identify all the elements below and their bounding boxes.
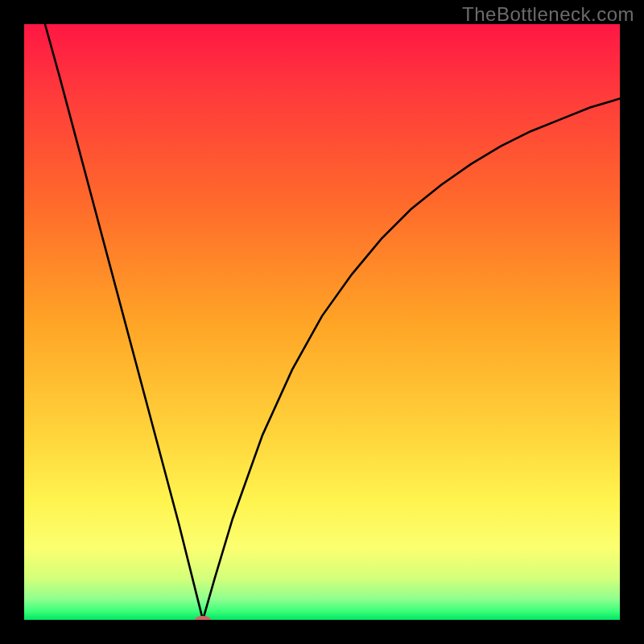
chart-svg [24,24,620,620]
plot-area [24,24,620,620]
plot-background [24,24,620,620]
watermark-text: TheBottleneck.com [462,3,634,26]
chart-container: TheBottleneck.com [0,0,644,644]
